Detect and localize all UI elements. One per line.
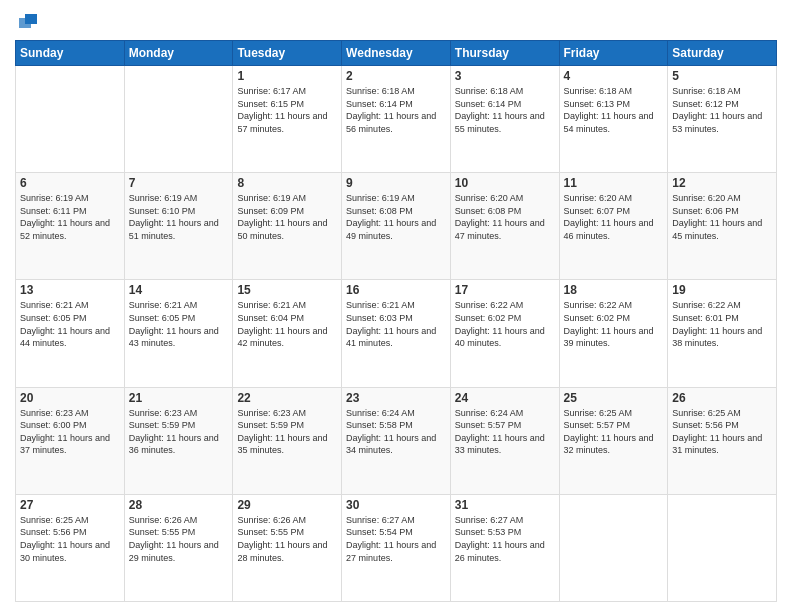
cell-data: Sunrise: 6:18 AM Sunset: 6:14 PM Dayligh… [346,85,446,135]
cell-data: Sunrise: 6:21 AM Sunset: 6:05 PM Dayligh… [129,299,229,349]
cell-data: Sunrise: 6:19 AM Sunset: 6:11 PM Dayligh… [20,192,120,242]
page-container: SundayMondayTuesdayWednesdayThursdayFrid… [0,0,792,612]
calendar-header-row: SundayMondayTuesdayWednesdayThursdayFrid… [16,41,777,66]
day-number: 21 [129,391,229,405]
day-number: 17 [455,283,555,297]
calendar-cell: 10Sunrise: 6:20 AM Sunset: 6:08 PM Dayli… [450,173,559,280]
calendar-cell: 28Sunrise: 6:26 AM Sunset: 5:55 PM Dayli… [124,494,233,601]
day-number: 12 [672,176,772,190]
day-number: 23 [346,391,446,405]
day-number: 26 [672,391,772,405]
calendar-dow-monday: Monday [124,41,233,66]
cell-data: Sunrise: 6:24 AM Sunset: 5:58 PM Dayligh… [346,407,446,457]
day-number: 5 [672,69,772,83]
cell-data: Sunrise: 6:25 AM Sunset: 5:56 PM Dayligh… [20,514,120,564]
calendar-cell: 26Sunrise: 6:25 AM Sunset: 5:56 PM Dayli… [668,387,777,494]
cell-data: Sunrise: 6:18 AM Sunset: 6:12 PM Dayligh… [672,85,772,135]
calendar-cell: 3Sunrise: 6:18 AM Sunset: 6:14 PM Daylig… [450,66,559,173]
calendar-cell: 19Sunrise: 6:22 AM Sunset: 6:01 PM Dayli… [668,280,777,387]
calendar-week-2: 13Sunrise: 6:21 AM Sunset: 6:05 PM Dayli… [16,280,777,387]
cell-data: Sunrise: 6:27 AM Sunset: 5:54 PM Dayligh… [346,514,446,564]
calendar-cell: 18Sunrise: 6:22 AM Sunset: 6:02 PM Dayli… [559,280,668,387]
logo-icon [17,10,39,32]
day-number: 9 [346,176,446,190]
calendar-cell: 7Sunrise: 6:19 AM Sunset: 6:10 PM Daylig… [124,173,233,280]
day-number: 24 [455,391,555,405]
calendar-dow-wednesday: Wednesday [342,41,451,66]
calendar-cell: 21Sunrise: 6:23 AM Sunset: 5:59 PM Dayli… [124,387,233,494]
cell-data: Sunrise: 6:21 AM Sunset: 6:04 PM Dayligh… [237,299,337,349]
cell-data: Sunrise: 6:23 AM Sunset: 6:00 PM Dayligh… [20,407,120,457]
day-number: 30 [346,498,446,512]
calendar-dow-friday: Friday [559,41,668,66]
calendar-cell: 23Sunrise: 6:24 AM Sunset: 5:58 PM Dayli… [342,387,451,494]
day-number: 20 [20,391,120,405]
calendar-cell [124,66,233,173]
day-number: 31 [455,498,555,512]
cell-data: Sunrise: 6:25 AM Sunset: 5:56 PM Dayligh… [672,407,772,457]
cell-data: Sunrise: 6:21 AM Sunset: 6:05 PM Dayligh… [20,299,120,349]
calendar-week-4: 27Sunrise: 6:25 AM Sunset: 5:56 PM Dayli… [16,494,777,601]
cell-data: Sunrise: 6:23 AM Sunset: 5:59 PM Dayligh… [237,407,337,457]
day-number: 14 [129,283,229,297]
calendar-table: SundayMondayTuesdayWednesdayThursdayFrid… [15,40,777,602]
calendar-cell: 15Sunrise: 6:21 AM Sunset: 6:04 PM Dayli… [233,280,342,387]
day-number: 19 [672,283,772,297]
cell-data: Sunrise: 6:22 AM Sunset: 6:01 PM Dayligh… [672,299,772,349]
cell-data: Sunrise: 6:17 AM Sunset: 6:15 PM Dayligh… [237,85,337,135]
calendar-cell: 4Sunrise: 6:18 AM Sunset: 6:13 PM Daylig… [559,66,668,173]
cell-data: Sunrise: 6:19 AM Sunset: 6:08 PM Dayligh… [346,192,446,242]
calendar-cell: 30Sunrise: 6:27 AM Sunset: 5:54 PM Dayli… [342,494,451,601]
calendar-week-1: 6Sunrise: 6:19 AM Sunset: 6:11 PM Daylig… [16,173,777,280]
calendar-cell: 27Sunrise: 6:25 AM Sunset: 5:56 PM Dayli… [16,494,125,601]
cell-data: Sunrise: 6:21 AM Sunset: 6:03 PM Dayligh… [346,299,446,349]
calendar-dow-thursday: Thursday [450,41,559,66]
header [15,10,777,32]
day-number: 29 [237,498,337,512]
calendar-week-0: 1Sunrise: 6:17 AM Sunset: 6:15 PM Daylig… [16,66,777,173]
day-number: 4 [564,69,664,83]
calendar-cell: 11Sunrise: 6:20 AM Sunset: 6:07 PM Dayli… [559,173,668,280]
cell-data: Sunrise: 6:26 AM Sunset: 5:55 PM Dayligh… [237,514,337,564]
cell-data: Sunrise: 6:19 AM Sunset: 6:10 PM Dayligh… [129,192,229,242]
day-number: 6 [20,176,120,190]
calendar-dow-sunday: Sunday [16,41,125,66]
cell-data: Sunrise: 6:25 AM Sunset: 5:57 PM Dayligh… [564,407,664,457]
day-number: 11 [564,176,664,190]
day-number: 25 [564,391,664,405]
cell-data: Sunrise: 6:26 AM Sunset: 5:55 PM Dayligh… [129,514,229,564]
calendar-week-3: 20Sunrise: 6:23 AM Sunset: 6:00 PM Dayli… [16,387,777,494]
calendar-cell: 24Sunrise: 6:24 AM Sunset: 5:57 PM Dayli… [450,387,559,494]
calendar-cell [559,494,668,601]
day-number: 13 [20,283,120,297]
calendar-cell: 5Sunrise: 6:18 AM Sunset: 6:12 PM Daylig… [668,66,777,173]
cell-data: Sunrise: 6:20 AM Sunset: 6:08 PM Dayligh… [455,192,555,242]
day-number: 27 [20,498,120,512]
calendar-cell: 22Sunrise: 6:23 AM Sunset: 5:59 PM Dayli… [233,387,342,494]
calendar-cell: 9Sunrise: 6:19 AM Sunset: 6:08 PM Daylig… [342,173,451,280]
cell-data: Sunrise: 6:22 AM Sunset: 6:02 PM Dayligh… [455,299,555,349]
calendar-cell: 29Sunrise: 6:26 AM Sunset: 5:55 PM Dayli… [233,494,342,601]
calendar-cell: 16Sunrise: 6:21 AM Sunset: 6:03 PM Dayli… [342,280,451,387]
cell-data: Sunrise: 6:24 AM Sunset: 5:57 PM Dayligh… [455,407,555,457]
cell-data: Sunrise: 6:18 AM Sunset: 6:13 PM Dayligh… [564,85,664,135]
cell-data: Sunrise: 6:20 AM Sunset: 6:07 PM Dayligh… [564,192,664,242]
calendar-cell: 1Sunrise: 6:17 AM Sunset: 6:15 PM Daylig… [233,66,342,173]
svg-marker-1 [19,18,31,28]
calendar-cell [668,494,777,601]
day-number: 8 [237,176,337,190]
day-number: 22 [237,391,337,405]
cell-data: Sunrise: 6:18 AM Sunset: 6:14 PM Dayligh… [455,85,555,135]
calendar-dow-saturday: Saturday [668,41,777,66]
cell-data: Sunrise: 6:20 AM Sunset: 6:06 PM Dayligh… [672,192,772,242]
calendar-cell: 31Sunrise: 6:27 AM Sunset: 5:53 PM Dayli… [450,494,559,601]
day-number: 1 [237,69,337,83]
cell-data: Sunrise: 6:27 AM Sunset: 5:53 PM Dayligh… [455,514,555,564]
logo [15,10,39,32]
calendar-cell: 17Sunrise: 6:22 AM Sunset: 6:02 PM Dayli… [450,280,559,387]
calendar-cell: 6Sunrise: 6:19 AM Sunset: 6:11 PM Daylig… [16,173,125,280]
cell-data: Sunrise: 6:23 AM Sunset: 5:59 PM Dayligh… [129,407,229,457]
calendar-cell: 13Sunrise: 6:21 AM Sunset: 6:05 PM Dayli… [16,280,125,387]
day-number: 15 [237,283,337,297]
calendar-cell [16,66,125,173]
